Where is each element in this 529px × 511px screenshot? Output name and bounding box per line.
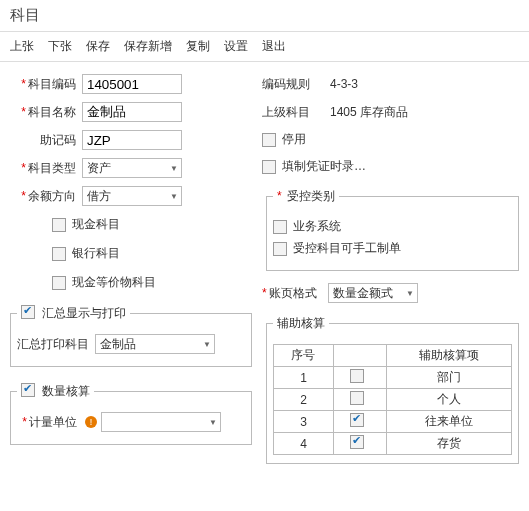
parent-label: 上级科目 [262, 104, 322, 121]
table-row: 2个人 [274, 389, 512, 411]
mnemonic-input[interactable] [82, 130, 182, 150]
manual-checkbox[interactable] [273, 242, 287, 256]
table-row: 4存货 [274, 433, 512, 455]
manual-label: 受控科目可手工制单 [293, 240, 401, 257]
aux-row-checkbox[interactable] [350, 435, 364, 449]
name-label: 科目名称 [6, 104, 76, 121]
qty-legend: 数量核算 [17, 383, 94, 400]
cash-label: 现金科目 [72, 216, 120, 233]
mnemonic-label: 助记码 [6, 132, 76, 149]
summary-print-value: 金制品 [100, 336, 136, 353]
qty-checkbox[interactable] [21, 383, 35, 397]
toolbar-exit[interactable]: 退出 [262, 38, 286, 55]
aux-row-checkbox[interactable] [350, 391, 364, 405]
type-select[interactable]: 资产 ▼ [82, 158, 182, 178]
qty-group: 数量核算 计量单位 ! ▼ [10, 383, 252, 445]
biz-label: 业务系统 [293, 218, 341, 235]
toolbar-settings[interactable]: 设置 [224, 38, 248, 55]
aux-seq: 1 [274, 367, 334, 389]
disable-checkbox[interactable] [262, 133, 276, 147]
chevron-down-icon: ▼ [209, 418, 217, 427]
name-input[interactable] [82, 102, 182, 122]
chevron-down-icon: ▼ [203, 340, 211, 349]
balance-select[interactable]: 借方 ▼ [82, 186, 182, 206]
controlled-group: 受控类别 业务系统 受控科目可手工制单 [266, 188, 519, 271]
toolbar-prev[interactable]: 上张 [10, 38, 34, 55]
aux-header-check [333, 345, 386, 367]
toolbar: 上张 下张 保存 保存新增 复制 设置 退出 [0, 32, 529, 62]
chevron-down-icon: ▼ [406, 289, 414, 298]
disable-label: 停用 [282, 131, 306, 148]
aux-legend: 辅助核算 [273, 315, 329, 332]
toolbar-save[interactable]: 保存 [86, 38, 110, 55]
aux-table: 序号 辅助核算项 1部门2个人3往来单位4存货 [273, 344, 512, 455]
aux-group: 辅助核算 序号 辅助核算项 1部门2个人3往来单位4存货 [266, 315, 519, 464]
error-icon: ! [85, 416, 97, 428]
summary-checkbox[interactable] [21, 305, 35, 319]
summary-print-label: 汇总打印科目 [17, 336, 89, 353]
aux-row-checkbox[interactable] [350, 369, 364, 383]
summary-legend: 汇总显示与打印 [17, 305, 130, 322]
chevron-down-icon: ▼ [170, 164, 178, 173]
aux-header-item: 辅助核算项 [386, 345, 511, 367]
aux-item: 部门 [386, 367, 511, 389]
summary-group: 汇总显示与打印 汇总打印科目 金制品 ▼ [10, 305, 252, 367]
bank-checkbox[interactable] [52, 247, 66, 261]
page-title: 科目 [0, 0, 529, 32]
code-label: 科目编码 [6, 76, 76, 93]
summary-print-select[interactable]: 金制品 ▼ [95, 334, 215, 354]
cash-checkbox[interactable] [52, 218, 66, 232]
table-row: 3往来单位 [274, 411, 512, 433]
biz-checkbox[interactable] [273, 220, 287, 234]
balance-value: 借方 [87, 188, 111, 205]
aux-seq: 3 [274, 411, 334, 433]
ledger-label: 账页格式 [262, 285, 322, 302]
aux-row-checkbox[interactable] [350, 413, 364, 427]
unit-label: 计量单位 [17, 414, 77, 431]
aux-seq: 4 [274, 433, 334, 455]
aux-header-seq: 序号 [274, 345, 334, 367]
voucher-checkbox[interactable] [262, 160, 276, 174]
code-input[interactable] [82, 74, 182, 94]
toolbar-copy[interactable]: 复制 [186, 38, 210, 55]
type-label: 科目类型 [6, 160, 76, 177]
unit-select[interactable]: ▼ [101, 412, 221, 432]
aux-item: 个人 [386, 389, 511, 411]
rule-value: 4-3-3 [330, 77, 358, 91]
aux-item: 往来单位 [386, 411, 511, 433]
ledger-value: 数量金额式 [333, 285, 393, 302]
toolbar-next[interactable]: 下张 [48, 38, 72, 55]
voucher-label: 填制凭证时录… [282, 158, 366, 175]
aux-item: 存货 [386, 433, 511, 455]
chevron-down-icon: ▼ [170, 192, 178, 201]
parent-value: 1405 库存商品 [330, 104, 408, 121]
toolbar-save-new[interactable]: 保存新增 [124, 38, 172, 55]
balance-label: 余额方向 [6, 188, 76, 205]
ledger-select[interactable]: 数量金额式 ▼ [328, 283, 418, 303]
rule-label: 编码规则 [262, 76, 322, 93]
table-row: 1部门 [274, 367, 512, 389]
aux-seq: 2 [274, 389, 334, 411]
cashequiv-checkbox[interactable] [52, 276, 66, 290]
type-value: 资产 [87, 160, 111, 177]
bank-label: 银行科目 [72, 245, 120, 262]
controlled-legend: 受控类别 [273, 188, 339, 205]
cashequiv-label: 现金等价物科目 [72, 274, 156, 291]
